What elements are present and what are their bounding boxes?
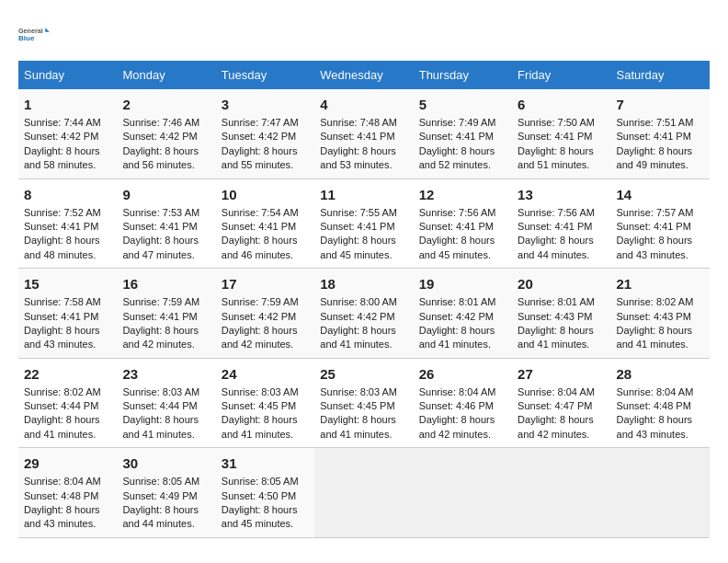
- day-number: 28: [617, 364, 704, 384]
- calendar-week-4: 22Sunrise: 8:02 AMSunset: 4:44 PMDayligh…: [18, 358, 710, 448]
- day-number: 1: [24, 95, 111, 114]
- day-header-sunday: Sunday: [18, 61, 117, 89]
- day-number: 23: [122, 364, 210, 384]
- day-number: 12: [419, 185, 506, 204]
- page-header: General Blue: [18, 18, 710, 52]
- day-number: 3: [222, 95, 309, 114]
- calendar-cell: [611, 448, 710, 538]
- calendar-cell: 29Sunrise: 8:04 AMSunset: 4:48 PMDayligh…: [18, 448, 117, 538]
- calendar-cell: [414, 448, 512, 538]
- day-number: 27: [518, 364, 605, 384]
- calendar-cell: 23Sunrise: 8:03 AMSunset: 4:44 PMDayligh…: [117, 358, 215, 448]
- day-number: 29: [24, 454, 111, 473]
- svg-text:Blue: Blue: [18, 34, 35, 42]
- logo: General Blue: [18, 18, 51, 52]
- calendar-header: SundayMondayTuesdayWednesdayThursdayFrid…: [18, 61, 710, 89]
- calendar-cell: 12Sunrise: 7:56 AMSunset: 4:41 PMDayligh…: [414, 178, 512, 269]
- day-header-monday: Monday: [117, 61, 215, 89]
- svg-marker-2: [45, 28, 50, 32]
- day-number: 13: [518, 185, 605, 204]
- calendar-cell: 7Sunrise: 7:51 AMSunset: 4:41 PMDaylight…: [611, 89, 710, 178]
- calendar-cell: [512, 448, 610, 538]
- calendar-cell: 18Sunrise: 8:00 AMSunset: 4:42 PMDayligh…: [314, 269, 413, 359]
- calendar-cell: 13Sunrise: 7:56 AMSunset: 4:41 PMDayligh…: [512, 178, 610, 269]
- calendar-cell: 24Sunrise: 8:03 AMSunset: 4:45 PMDayligh…: [216, 358, 314, 448]
- day-number: 20: [518, 274, 605, 293]
- day-number: 24: [222, 364, 309, 384]
- day-number: 26: [419, 364, 506, 384]
- calendar-cell: 10Sunrise: 7:54 AMSunset: 4:41 PMDayligh…: [216, 178, 314, 269]
- day-number: 31: [222, 454, 309, 473]
- calendar-cell: 15Sunrise: 7:58 AMSunset: 4:41 PMDayligh…: [18, 269, 117, 359]
- day-number: 14: [617, 185, 704, 204]
- calendar-cell: 5Sunrise: 7:49 AMSunset: 4:41 PMDaylight…: [414, 89, 512, 178]
- day-number: 19: [419, 274, 506, 293]
- day-number: 22: [24, 364, 111, 384]
- day-number: 7: [617, 95, 704, 114]
- calendar-week-5: 29Sunrise: 8:04 AMSunset: 4:48 PMDayligh…: [18, 448, 710, 538]
- calendar-cell: 9Sunrise: 7:53 AMSunset: 4:41 PMDaylight…: [117, 178, 215, 269]
- day-number: 2: [122, 95, 210, 114]
- calendar-cell: 1Sunrise: 7:44 AMSunset: 4:42 PMDaylight…: [18, 89, 117, 178]
- day-header-thursday: Thursday: [414, 61, 512, 89]
- calendar-cell: 17Sunrise: 7:59 AMSunset: 4:42 PMDayligh…: [216, 269, 314, 359]
- day-number: 15: [24, 274, 111, 293]
- day-number: 25: [320, 364, 407, 384]
- day-number: 17: [222, 274, 309, 293]
- calendar-cell: 6Sunrise: 7:50 AMSunset: 4:41 PMDaylight…: [512, 89, 610, 178]
- calendar-body: 1Sunrise: 7:44 AMSunset: 4:42 PMDaylight…: [18, 89, 710, 537]
- calendar-week-1: 1Sunrise: 7:44 AMSunset: 4:42 PMDaylight…: [18, 89, 710, 178]
- calendar-cell: 4Sunrise: 7:48 AMSunset: 4:41 PMDaylight…: [314, 89, 413, 178]
- calendar-cell: 20Sunrise: 8:01 AMSunset: 4:43 PMDayligh…: [512, 269, 610, 359]
- calendar-week-2: 8Sunrise: 7:52 AMSunset: 4:41 PMDaylight…: [18, 178, 710, 269]
- calendar-cell: 19Sunrise: 8:01 AMSunset: 4:42 PMDayligh…: [414, 269, 512, 359]
- calendar-cell: [314, 448, 413, 538]
- calendar-cell: 11Sunrise: 7:55 AMSunset: 4:41 PMDayligh…: [314, 178, 413, 269]
- day-header-tuesday: Tuesday: [216, 61, 314, 89]
- calendar-cell: 14Sunrise: 7:57 AMSunset: 4:41 PMDayligh…: [611, 178, 710, 269]
- calendar-cell: 30Sunrise: 8:05 AMSunset: 4:49 PMDayligh…: [117, 448, 215, 538]
- calendar-cell: 8Sunrise: 7:52 AMSunset: 4:41 PMDaylight…: [18, 178, 117, 269]
- day-header-saturday: Saturday: [611, 61, 710, 89]
- calendar-cell: 2Sunrise: 7:46 AMSunset: 4:42 PMDaylight…: [117, 89, 215, 178]
- logo-icon: General Blue: [18, 18, 51, 52]
- day-number: 21: [617, 274, 704, 293]
- day-number: 6: [518, 95, 605, 114]
- calendar-cell: 3Sunrise: 7:47 AMSunset: 4:42 PMDaylight…: [216, 89, 314, 178]
- day-number: 8: [24, 185, 111, 204]
- calendar-cell: 21Sunrise: 8:02 AMSunset: 4:43 PMDayligh…: [611, 269, 710, 359]
- day-number: 9: [122, 185, 210, 204]
- calendar-cell: 31Sunrise: 8:05 AMSunset: 4:50 PMDayligh…: [216, 448, 314, 538]
- calendar-cell: 26Sunrise: 8:04 AMSunset: 4:46 PMDayligh…: [414, 358, 512, 448]
- day-number: 18: [320, 274, 407, 293]
- day-number: 11: [320, 185, 407, 204]
- calendar-cell: 22Sunrise: 8:02 AMSunset: 4:44 PMDayligh…: [18, 358, 117, 448]
- calendar-table: SundayMondayTuesdayWednesdayThursdayFrid…: [18, 61, 710, 538]
- day-number: 10: [222, 185, 309, 204]
- calendar-cell: 28Sunrise: 8:04 AMSunset: 4:48 PMDayligh…: [611, 358, 710, 448]
- day-number: 30: [122, 454, 210, 473]
- calendar-week-3: 15Sunrise: 7:58 AMSunset: 4:41 PMDayligh…: [18, 269, 710, 359]
- calendar-cell: 16Sunrise: 7:59 AMSunset: 4:41 PMDayligh…: [117, 269, 215, 359]
- day-number: 4: [320, 95, 407, 114]
- calendar-cell: 27Sunrise: 8:04 AMSunset: 4:47 PMDayligh…: [512, 358, 610, 448]
- day-number: 5: [419, 95, 506, 114]
- day-number: 16: [122, 274, 210, 293]
- calendar-cell: 25Sunrise: 8:03 AMSunset: 4:45 PMDayligh…: [314, 358, 413, 448]
- day-header-friday: Friday: [512, 61, 610, 89]
- day-header-wednesday: Wednesday: [314, 61, 413, 89]
- svg-text:General: General: [18, 27, 43, 35]
